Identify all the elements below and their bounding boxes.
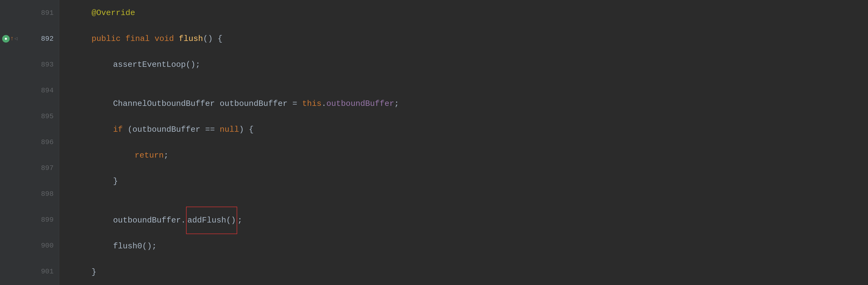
code-token-897-0: return [135, 142, 164, 168]
gutter-row-893: 893 [0, 52, 57, 78]
gutter-icons-892: ● ↑ ◁ [2, 26, 18, 52]
code-token-896-1: (outboundBuffer == [123, 117, 220, 142]
line-number-894: 894 [32, 78, 54, 104]
code-line-891: @Override [70, 0, 868, 26]
gutter-row-899: 899 [0, 207, 57, 233]
line-number-gutter: 891 ● ↑ ◁ 892 893 894 895 896 897 [0, 0, 59, 285]
gutter-row-894: 894 [0, 78, 57, 104]
gutter-row-895: 895 [0, 104, 57, 129]
gutter-row-892: ● ↑ ◁ 892 [0, 26, 57, 52]
code-token-898-0: } [113, 168, 118, 194]
code-token-895-1: this [302, 91, 321, 117]
line-number-893: 893 [32, 52, 54, 78]
code-token-895-0: ChannelOutboundBuffer outboundBuffer = [113, 91, 302, 117]
gutter-row-901: 901 [0, 259, 57, 284]
gutter-row-896: 896 [0, 129, 57, 155]
code-token-892-1 [121, 26, 125, 52]
code-token-893-0: assertEventLoop(); [113, 52, 200, 78]
gutter-row-900: 900 [0, 233, 57, 259]
code-editor: 891 ● ↑ ◁ 892 893 894 895 896 897 [0, 0, 868, 285]
code-token-902-0: } [92, 259, 96, 285]
line-number-898: 898 [32, 181, 54, 207]
line-number-895: 895 [32, 104, 54, 129]
code-line-894 [70, 78, 868, 91]
gutter-row-897: 897 [0, 155, 57, 181]
code-line-893: assertEventLoop(); [70, 52, 868, 78]
code-token-892-0: public [92, 26, 121, 52]
code-token-900-1-highlighted: addFlush() [186, 207, 237, 234]
code-token-892-5 [174, 26, 179, 52]
line-number-892: 892 [32, 26, 54, 52]
code-token-900-2: ; [238, 207, 242, 233]
code-token-891-0: @Override [92, 0, 135, 26]
line-number-891: 891 [32, 0, 54, 26]
code-token-895-3: outboundBuffer [326, 91, 394, 117]
line-number-900: 900 [32, 233, 54, 259]
line-number-901: 901 [32, 259, 54, 284]
code-token-892-2: final [125, 26, 150, 52]
code-token-901-0: flush0(); [113, 233, 157, 259]
code-token-897-1: ; [164, 142, 168, 168]
gutter-row-898: 898 [0, 181, 57, 207]
bookmark-indicator-892: ◁ [14, 26, 18, 52]
code-line-902: } [70, 259, 868, 285]
code-token-896-3: ) { [239, 117, 254, 142]
breakpoint-icon-892[interactable]: ● [2, 35, 10, 42]
code-line-895: ChannelOutboundBuffer outboundBuffer = t… [70, 91, 868, 117]
code-line-900: outboundBuffer. addFlush() ; [70, 207, 868, 233]
code-token-892-3 [150, 26, 155, 52]
line-number-897: 897 [32, 155, 54, 181]
code-line-899 [70, 194, 868, 207]
code-line-901: flush0(); [70, 233, 868, 259]
line-number-896: 896 [32, 129, 54, 155]
gutter-row-891: 891 [0, 0, 57, 26]
arrow-up-icon-892: ↑ [10, 26, 14, 52]
code-line-897: return ; [70, 142, 868, 168]
line-number-899: 899 [32, 207, 54, 233]
code-token-895-4: ; [394, 91, 399, 117]
code-token-896-0: if [113, 117, 123, 142]
code-line-898: } [70, 168, 868, 194]
code-token-892-6: flush [179, 26, 203, 52]
code-line-896: if (outboundBuffer == null ) { [70, 117, 868, 142]
code-token-892-7: () { [203, 26, 222, 52]
code-line-892: public final void flush () { [70, 26, 868, 52]
code-token-896-2: null [220, 117, 239, 142]
code-content[interactable]: @Override public final void flush () { a… [59, 0, 868, 285]
code-token-892-4: void [155, 26, 174, 52]
code-token-895-2: . [321, 91, 326, 117]
code-token-900-0: outboundBuffer. [113, 207, 186, 233]
